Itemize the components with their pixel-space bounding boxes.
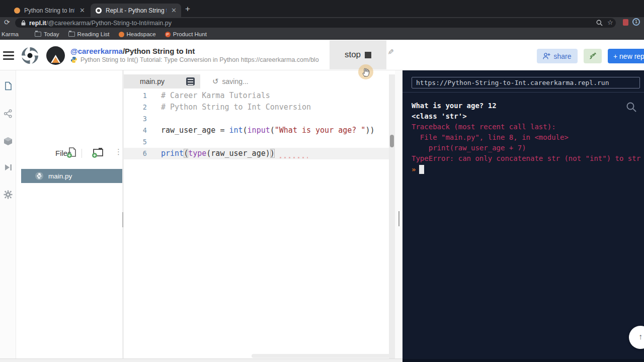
code-lines[interactable]: 1# Career Karma Tutorials2# Python Strin… (124, 90, 389, 159)
repl-description: Python String to Int() Tutorial: Type Co… (80, 56, 335, 63)
console-line: What is your age? 12 (412, 101, 644, 111)
new-tab-button[interactable]: + (185, 4, 190, 14)
deploy-rocket-button[interactable] (584, 49, 602, 63)
stop-square-icon (365, 52, 371, 58)
files-sidebar-icon[interactable] (4, 81, 13, 90)
editor-vertical-scrollbar[interactable] (389, 74, 395, 358)
scrollbar-thumb[interactable] (390, 135, 394, 147)
tab-title: Repl.it - Python String to Int (106, 7, 167, 14)
bookmarks-bar: r Karma Today Reading List Headspace P P… (0, 29, 644, 40)
code-line-2[interactable]: 2# Python String to Int Conversion (124, 102, 389, 113)
code-line-3[interactable]: 3 (124, 113, 389, 125)
browser-tab-2[interactable]: Repl.it - Python String to Int ✕ (91, 4, 181, 17)
bookmark-reading-list[interactable]: Reading List (68, 31, 110, 37)
extension-icon[interactable] (623, 19, 628, 26)
add-file-icon[interactable] (66, 147, 77, 158)
line-content: raw_user_age = int(input("What is your a… (154, 125, 374, 136)
editor-tab-main-py[interactable]: main.py (124, 74, 200, 88)
packages-icon[interactable] (4, 137, 13, 146)
share-label: share (553, 52, 571, 60)
careerkarma-favicon (14, 8, 20, 14)
repl-name: /Python String to Int (123, 47, 195, 55)
files-panel: Files ⋮ main.py (16, 70, 122, 358)
repl-title: @careerkarma/Python String to Int (70, 47, 195, 55)
history-icon: ↺ (212, 77, 219, 86)
bookmark-star-icon[interactable]: ☆ (607, 19, 613, 26)
bookmark-career-karma[interactable]: r Karma (0, 31, 19, 37)
edit-pencil-icon[interactable]: ✎ (386, 49, 395, 55)
avatar[interactable] (46, 46, 65, 65)
tab-close-icon[interactable]: ✕ (75, 7, 90, 14)
tab-title: Python String to Int() Tutorial: Ty (24, 7, 74, 14)
file-name: main.py (48, 172, 72, 180)
save-status-label: saving... (222, 77, 249, 85)
folder-icon (35, 32, 41, 37)
onepassword-icon[interactable]: 1 (632, 18, 640, 26)
code-line-4[interactable]: 4raw_user_age = int(input("What is your … (124, 125, 389, 136)
bookmark-label: Today (44, 31, 59, 37)
code-line-1[interactable]: 1# Career Karma Tutorials (124, 90, 389, 102)
stop-button[interactable]: stop (330, 40, 386, 69)
code-line-6[interactable]: 6print(type(raw_user_age)) (124, 148, 389, 159)
debugger-icon[interactable] (4, 163, 13, 172)
file-menu-icon[interactable] (186, 77, 195, 85)
kebab-menu-icon[interactable]: ⋮ (115, 147, 122, 156)
version-control-icon[interactable] (4, 109, 13, 118)
console-prompt-row[interactable]: » (412, 164, 424, 174)
line-content: # Python String to Int Conversion (154, 102, 311, 113)
stop-label: stop (345, 50, 361, 60)
browser-tab-bar: Python String to Int() Tutorial: Ty ✕ Re… (0, 0, 644, 17)
bookmark-today[interactable]: Today (35, 31, 59, 37)
tab-close-icon[interactable]: ✕ (167, 7, 181, 14)
settings-gear-icon[interactable] (4, 190, 13, 199)
bookmark-headspace[interactable]: Headspace (119, 31, 156, 37)
console-panel: https://Python-String-to-Int.careerkarma… (403, 70, 644, 362)
repl-owner-link[interactable]: @careerkarma (70, 47, 123, 55)
code-editor[interactable]: main.py ↺ saving... 1# Career Karma Tuto… (124, 70, 389, 358)
bookmark-label: Headspace (127, 31, 156, 37)
editor-tab-label: main.py (140, 77, 165, 85)
file-row-main-py[interactable]: main.py (21, 169, 122, 183)
code-line-5[interactable]: 5 (124, 136, 389, 148)
hand-cursor (362, 67, 371, 77)
lock-icon (21, 20, 26, 26)
repl-description-row: Python String to Int() Tutorial: Type Co… (70, 56, 335, 63)
line-number: 2 (124, 102, 154, 113)
editor-horizontal-scrollbar[interactable] (252, 354, 390, 358)
line-number: 4 (124, 125, 154, 136)
reload-icon[interactable]: ⟳ (4, 18, 10, 26)
console-output: What is your age? 12<class 'str'>Traceba… (412, 101, 644, 164)
line-number: 6 (124, 148, 154, 159)
add-folder-icon[interactable] (92, 147, 105, 158)
console-url-row: https://Python-String-to-Int.careerkarma… (403, 70, 644, 93)
zoom-icon[interactable] (596, 20, 603, 26)
python-icon (70, 56, 77, 63)
url-domain: repl.it (29, 20, 46, 27)
bookmark-label: r Karma (0, 31, 19, 37)
product-hunt-icon: P (165, 32, 171, 37)
line-content: # Career Karma Tutorials (154, 90, 270, 102)
bookmark-label: Reading List (77, 31, 110, 37)
line-number: 3 (124, 113, 154, 125)
divider (82, 149, 82, 158)
replit-logo[interactable] (21, 46, 39, 65)
line-number: 5 (124, 136, 154, 148)
python-file-icon (35, 172, 43, 180)
window-bottom-edge (0, 358, 403, 362)
console-line: <class 'str'> (412, 111, 644, 122)
repl-run-url-field[interactable]: https://Python-String-to-Int.careerkarma… (412, 77, 640, 88)
invite-user-icon (543, 53, 550, 59)
console-line: TypeError: can only concatenate str (not… (412, 153, 644, 164)
new-repl-button[interactable]: + new repl (608, 49, 644, 63)
headspace-icon (119, 32, 124, 37)
share-button[interactable]: share (537, 49, 578, 63)
bookmark-label: Product Hunt (173, 31, 207, 37)
resize-handle[interactable] (122, 212, 123, 227)
browser-tab-1[interactable]: Python String to Int() Tutorial: Ty ✕ (9, 4, 90, 17)
rocket-icon (589, 52, 597, 60)
resize-handle[interactable] (398, 211, 399, 226)
bookmark-product-hunt[interactable]: P Product Hunt (165, 31, 207, 37)
hamburger-menu-icon[interactable] (3, 51, 14, 62)
url-path: /@careerkarma/Python-String-to-Int#main.… (46, 20, 172, 27)
address-bar[interactable]: repl.it/@careerkarma/Python-String-to-In… (15, 18, 616, 28)
